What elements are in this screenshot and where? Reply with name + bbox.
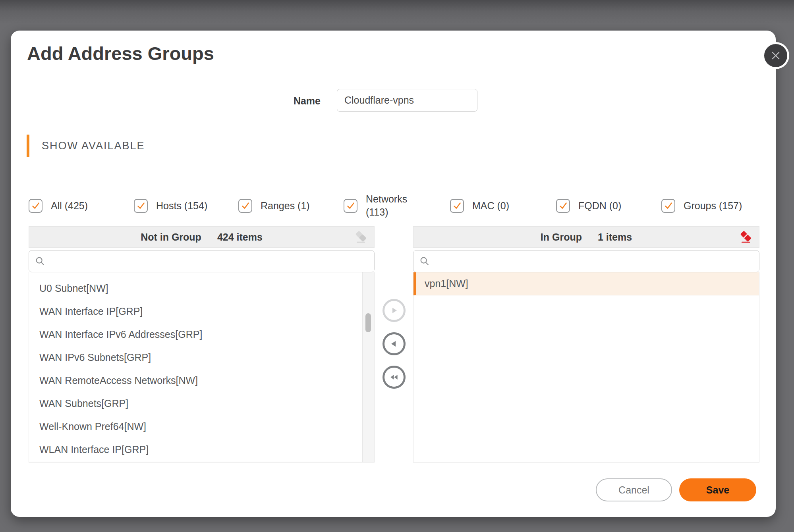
filter-label: Ranges (1) [261, 199, 310, 212]
search-icon [35, 256, 46, 267]
section-heading: SHOW AVAILABLE [42, 140, 145, 152]
not-in-group-search [29, 250, 375, 272]
check-icon [452, 200, 462, 211]
filter-label: All (425) [51, 199, 88, 212]
arrow-left-icon [389, 339, 399, 349]
name-label: Name [265, 95, 321, 107]
panel-count: 1 items [598, 231, 632, 243]
move-left-button[interactable] [383, 332, 406, 355]
cancel-button[interactable]: Cancel [596, 478, 672, 501]
list-item[interactable]: WAN Subnets[GRP] [29, 392, 362, 415]
filter-fqdn[interactable]: FQDN (0) [556, 189, 621, 223]
close-icon [770, 50, 782, 62]
section-accent-bar [27, 135, 29, 157]
save-button[interactable]: Save [679, 478, 756, 501]
filter-label: Networks (113) [366, 193, 414, 219]
filter-groups[interactable]: Groups (157) [661, 189, 742, 223]
in-group-panel: In Group 1 items [413, 226, 759, 463]
filter-all[interactable]: All (425) [29, 189, 88, 223]
checkbox-checked[interactable] [344, 199, 357, 213]
list-item[interactable]: WAN Interface IP[GRP] [29, 300, 362, 323]
panel-title: Not in Group [141, 231, 201, 243]
in-group-header: In Group 1 items [413, 226, 759, 248]
list-item[interactable]: U0 Subnet[NW] [29, 277, 362, 300]
panel-title: In Group [541, 231, 582, 243]
search-input[interactable] [434, 256, 753, 267]
filter-label: FQDN (0) [578, 199, 621, 212]
checkbox-checked[interactable] [556, 199, 570, 213]
clear-list-button[interactable] [739, 230, 753, 245]
clear-list-button[interactable] [354, 230, 369, 245]
not-in-group-list: U0 Subnet[NW] WAN Interface IP[GRP] WAN … [29, 272, 375, 463]
double-arrow-left-icon [389, 372, 399, 382]
eraser-icon [739, 235, 753, 247]
list-item[interactable]: WLAN Interface IP[GRP] [29, 438, 362, 461]
transfer-controls [375, 226, 413, 463]
panel-count: 424 items [217, 231, 263, 243]
scrollbar-thumb[interactable] [365, 313, 371, 332]
list-item[interactable]: Well-Known Pref64[NW] [29, 415, 362, 438]
list-item[interactable]: WAN RemoteAccess Networks[NW] [29, 369, 362, 392]
add-address-groups-dialog: Add Address Groups Name SHOW AVAILABLE A… [11, 31, 776, 517]
search-input[interactable] [50, 256, 369, 267]
arrow-right-icon [389, 306, 399, 315]
not-in-group-panel: Not in Group 424 items [29, 226, 375, 463]
filter-label: Hosts (154) [156, 199, 207, 212]
list-item[interactable]: WAN Interface IPv6 Addresses[GRP] [29, 323, 362, 346]
checkbox-checked[interactable] [134, 199, 148, 213]
check-icon [31, 200, 41, 211]
check-icon [346, 200, 356, 211]
move-right-button[interactable] [383, 299, 406, 322]
checkbox-checked[interactable] [238, 199, 252, 213]
close-button[interactable] [762, 42, 789, 69]
move-all-left-button[interactable] [383, 366, 406, 389]
page-title: Add Address Groups [27, 42, 214, 64]
name-input[interactable] [337, 89, 477, 112]
filter-ranges[interactable]: Ranges (1) [238, 189, 310, 223]
search-icon [419, 256, 430, 267]
in-group-list: vpn1[NW] [413, 272, 759, 463]
check-icon [558, 200, 568, 211]
check-icon [663, 200, 674, 211]
type-filter-row: All (425) Hosts (154) Ranges (1) Network… [11, 189, 776, 223]
not-in-group-header: Not in Group 424 items [29, 226, 375, 248]
list-item[interactable]: WAN IPv6 Subnets[GRP] [29, 346, 362, 369]
checkbox-checked[interactable] [29, 199, 43, 213]
filter-networks[interactable]: Networks (113) [344, 189, 414, 223]
partial-row [29, 272, 362, 277]
checkbox-checked[interactable] [450, 199, 464, 213]
filter-label: Groups (157) [684, 199, 742, 212]
check-icon [240, 200, 251, 211]
filter-hosts[interactable]: Hosts (154) [134, 189, 207, 223]
checkbox-checked[interactable] [661, 199, 675, 213]
list-item-selected[interactable]: vpn1[NW] [413, 272, 759, 295]
scrollbar-track[interactable] [362, 272, 374, 462]
filter-label: MAC (0) [472, 199, 509, 212]
filter-mac[interactable]: MAC (0) [450, 189, 509, 223]
check-icon [136, 200, 146, 211]
show-available-section: SHOW AVAILABLE [27, 135, 145, 157]
eraser-icon [354, 235, 369, 247]
in-group-search [413, 250, 759, 272]
